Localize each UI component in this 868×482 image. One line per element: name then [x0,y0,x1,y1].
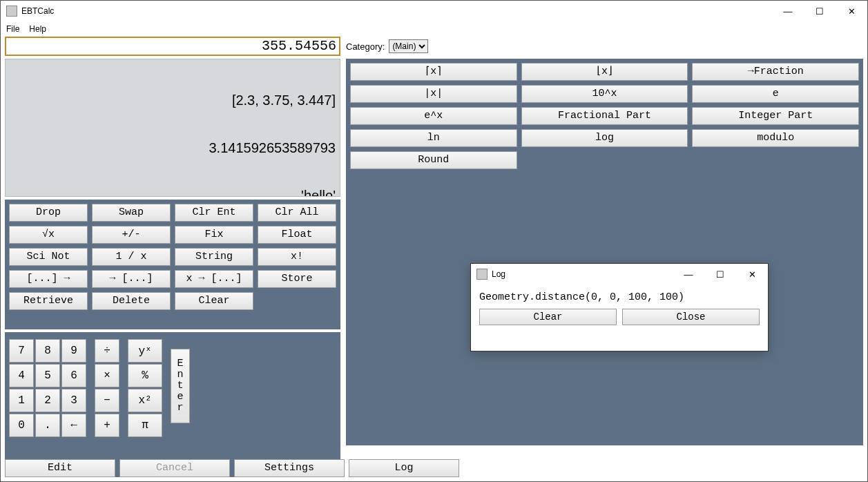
keypad-panel: 7 8 9 4 5 6 1 2 3 0 . ← ÷ [5,332,340,477]
stack-line: 'hello' [10,188,336,197]
menu-help[interactable]: Help [29,24,46,34]
log-maximize-button[interactable]: ☐ [704,264,736,285]
arith-col: ÷ × − + [95,339,119,437]
op-sqrt[interactable]: √x [9,226,88,244]
fn-floor[interactable]: ⌊x⌋ [521,63,688,81]
category-label: Category: [346,41,385,52]
ops-panel: Drop Swap Clr Ent Clr All √x +/- Fix Flo… [5,200,340,329]
fn-modulo[interactable]: modulo [692,129,859,147]
num-8[interactable]: 8 [35,339,60,363]
num-6[interactable]: 6 [61,364,86,387]
divide-button[interactable]: ÷ [95,339,119,363]
fn-10powx[interactable]: 10^x [521,85,688,103]
log-titlebar: Log — ☐ ✕ [471,264,768,285]
xsquared-button[interactable]: x² [128,389,162,412]
extra-col: yˣ % x² π [128,339,162,437]
op-clr-ent[interactable]: Clr Ent [175,204,253,222]
percent-button[interactable]: % [128,364,162,387]
stack-display: [2.3, 3.75, 3.447] 3.141592653589793 'he… [5,59,340,197]
op-array-in[interactable]: → [...] [92,270,171,288]
num-4[interactable]: 4 [9,364,34,387]
op-plusminus[interactable]: +/- [92,226,171,244]
menu-file[interactable]: File [6,24,19,34]
op-reciprocal[interactable]: 1 / x [92,248,171,266]
op-clear[interactable]: Clear [175,292,253,310]
log-close-button-2[interactable]: Close [622,309,760,325]
op-scinot[interactable]: Sci Not [9,248,88,266]
close-button[interactable]: ✕ [836,1,867,21]
op-array-out[interactable]: [...] → [9,270,88,288]
app-title: EBTCalc [21,6,772,16]
ypowx-button[interactable]: yˣ [128,339,162,363]
log-content: Geometry.distance(0, 0, 100, 100) [471,285,768,309]
log-icon [476,269,488,280]
category-select[interactable]: (Main) [389,39,428,53]
log-close-button[interactable]: ✕ [736,264,768,285]
stack-line: [2.3, 3.75, 3.447] [10,93,336,108]
left-pane: 355.54556 [2.3, 3.75, 3.447] 3.141592653… [5,37,340,477]
minus-button[interactable]: − [95,389,119,412]
op-float[interactable]: Float [258,226,336,244]
fn-fracpart[interactable]: Fractional Part [521,107,688,125]
num-7[interactable]: 7 [9,339,34,363]
menubar: File Help [1,21,867,37]
category-row: Category: (Main) [346,37,863,56]
num-1[interactable]: 1 [9,389,34,412]
log-button[interactable]: Log [349,459,459,477]
op-retrieve[interactable]: Retrieve [9,292,88,310]
log-clear-button[interactable]: Clear [479,309,617,325]
fn-fraction[interactable]: →Fraction [692,63,859,81]
op-swap[interactable]: Swap [92,204,171,222]
log-title: Log [492,269,673,279]
enter-button[interactable]: E n t e r [171,349,190,423]
entry-input[interactable]: 355.54556 [5,37,340,56]
settings-button[interactable]: Settings [234,459,345,477]
plus-button[interactable]: + [95,414,119,437]
log-window: Log — ☐ ✕ Geometry.distance(0, 0, 100, 1… [470,263,769,351]
main-window: EBTCalc — ☐ ✕ File Help 355.54556 [2.3, … [0,0,868,482]
fn-abs[interactable]: |x| [350,85,517,103]
backspace-button[interactable]: ← [61,414,86,437]
op-x-array[interactable]: x → [...] [175,270,253,288]
fn-ln[interactable]: ln [350,129,517,147]
stack-line: 3.141592653589793 [10,140,336,156]
edit-button[interactable]: Edit [5,459,115,477]
log-minimize-button[interactable]: — [673,264,704,285]
op-factorial[interactable]: x! [258,248,336,266]
numpad: 7 8 9 4 5 6 1 2 3 0 . ← [9,339,86,437]
fn-e[interactable]: e [692,85,859,103]
function-panel: ⌈x⌉ ⌊x⌋ →Fraction |x| 10^x e e^x Fractio… [346,59,863,445]
num-dot[interactable]: . [35,414,60,437]
num-9[interactable]: 9 [61,339,86,363]
titlebar: EBTCalc — ☐ ✕ [1,1,867,21]
fn-round[interactable]: Round [350,151,517,169]
op-store[interactable]: Store [258,270,336,288]
fn-epowx[interactable]: e^x [350,107,517,125]
right-pane: Category: (Main) ⌈x⌉ ⌊x⌋ →Fraction |x| 1… [346,37,863,477]
op-clr-all[interactable]: Clr All [258,204,336,222]
multiply-button[interactable]: × [95,364,119,387]
num-0[interactable]: 0 [9,414,34,437]
op-delete[interactable]: Delete [92,292,171,310]
num-2[interactable]: 2 [35,389,60,412]
content: 355.54556 [2.3, 3.75, 3.447] 3.141592653… [5,37,863,477]
bottom-bar: Edit Cancel Settings Log [5,459,863,477]
op-string[interactable]: String [175,248,253,266]
fn-log[interactable]: log [521,129,688,147]
app-icon [6,6,17,17]
num-3[interactable]: 3 [61,389,86,412]
op-drop[interactable]: Drop [9,204,88,222]
minimize-button[interactable]: — [772,1,804,21]
pi-button[interactable]: π [128,414,162,437]
fn-intpart[interactable]: Integer Part [692,107,859,125]
maximize-button[interactable]: ☐ [804,1,836,21]
op-fix[interactable]: Fix [175,226,253,244]
cancel-button: Cancel [119,459,230,477]
fn-ceil[interactable]: ⌈x⌉ [350,63,517,81]
num-5[interactable]: 5 [35,364,60,387]
